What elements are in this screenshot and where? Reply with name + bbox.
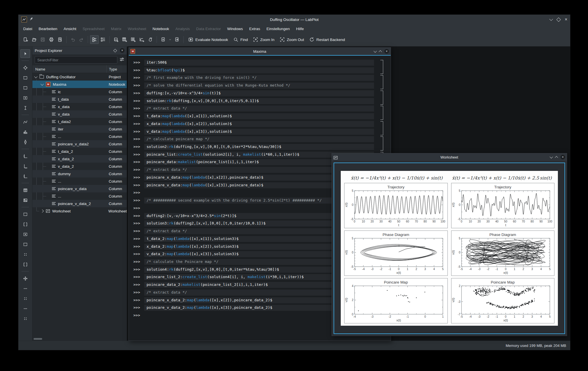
- notebook-line-1[interactable]: >>>iter:500$: [129, 59, 391, 67]
- tree-row-v-data[interactable]: v_dataColumn: [32, 110, 127, 118]
- move-tool-button[interactable]: [20, 274, 30, 283]
- tree-row-duffing-oscillator[interactable]: Duffing OscillatorProject: [32, 73, 127, 81]
- notebook-titlebar[interactable]: M Maxima ×: [129, 48, 391, 55]
- more-tools-4-button[interactable]: [20, 314, 30, 323]
- tree-row-v-data-2[interactable]: v_data_2Column: [32, 163, 127, 170]
- new-data-extractor-button[interactable]: [146, 35, 155, 44]
- notebook-minimize-icon[interactable]: [373, 49, 377, 52]
- text-cursor-tool-button[interactable]: [20, 104, 30, 112]
- plot-poincare-map-1[interactable]: Poincare Map-4-3-2-101024x(t)v(t): [344, 278, 448, 323]
- menu-extras[interactable]: Extras: [246, 24, 263, 33]
- titlebar[interactable]: Duffing Oscillator — LabPlot ×: [18, 15, 570, 24]
- notebook-line-12[interactable]: >>>solution2:rk(duffing,[x,v],[0,0],[t,0…: [129, 143, 391, 151]
- notebook-line-5[interactable]: >>>duffing:[v,-v/10+x-x^3/4+sin(t)]$: [129, 90, 391, 97]
- column-header-type[interactable]: Type: [106, 65, 127, 73]
- tree-row-t-data2[interactable]: t_data2Column: [32, 118, 127, 125]
- tree-row-worksheet[interactable]: WorksheetWorksheet: [32, 207, 127, 215]
- tree-row-poincare-v-data[interactable]: poincare_v_dataColumn: [32, 185, 127, 192]
- menu-datei[interactable]: Datei: [20, 24, 36, 33]
- zoom-in-button[interactable]: Zoom In: [250, 35, 277, 44]
- more-tools-1-button[interactable]: [20, 284, 30, 293]
- zoom-xy-select-tool-button[interactable]: [20, 93, 30, 102]
- add-plot-template-button[interactable]: [20, 240, 30, 249]
- notebook-line-11[interactable]: >>>/* calculate poincare map */: [129, 136, 391, 143]
- menu-windows[interactable]: Windows: [224, 24, 246, 33]
- menu-hilfe[interactable]: Hilfe: [293, 24, 307, 33]
- more-tools-2-button[interactable]: [20, 294, 30, 303]
- notebook-close-icon[interactable]: ×: [384, 49, 389, 54]
- tree-row-poincare-v-data-2[interactable]: poincare_v_data_2Column: [32, 200, 127, 207]
- dock-float-icon[interactable]: [113, 49, 117, 52]
- select-region-tool-button[interactable]: [20, 73, 30, 82]
- export-notebook-button[interactable]: [173, 35, 181, 44]
- notebook-line-8[interactable]: >>>t_data:map(lambda([x],x[1]),solution)…: [129, 113, 391, 120]
- evaluate-notebook-button[interactable]: Evaluate Notebook: [186, 35, 231, 44]
- notebook-restore-icon[interactable]: [379, 50, 382, 53]
- tree-row-t-data[interactable]: t_dataColumn: [32, 95, 127, 103]
- tree-row-iter[interactable]: iterColumn: [32, 125, 127, 133]
- zoom-select-tool-button[interactable]: [20, 83, 30, 92]
- notebook-line-9[interactable]: >>>x_data:map(lambda([x],x[2]),solution)…: [129, 120, 391, 128]
- worksheet-restore-icon[interactable]: [555, 156, 558, 159]
- scrollbar-thumb[interactable]: [34, 338, 42, 340]
- add-bracket-layout-button[interactable]: [20, 260, 30, 269]
- more-tools-3-button[interactable]: [20, 304, 30, 313]
- toggle-properties-explorer-button[interactable]: [99, 35, 107, 44]
- column-header-name[interactable]: Name: [32, 67, 106, 71]
- new-project-button[interactable]: [21, 35, 30, 44]
- tree-column-headers[interactable]: Name Type: [32, 65, 127, 73]
- worksheet-titlebar[interactable]: Worksheet ×: [332, 153, 567, 161]
- notebook-line-4[interactable]: >>>/* solve the differential equation wi…: [129, 82, 391, 90]
- add-axis-bottom-button[interactable]: [20, 162, 30, 170]
- toggle-project-explorer-button[interactable]: [90, 35, 99, 44]
- new-matrix-button[interactable]: [129, 35, 137, 44]
- add-histogram-button[interactable]: [20, 128, 30, 136]
- new-spreadsheet-button[interactable]: [120, 35, 129, 44]
- add-plot-area-button[interactable]: [20, 210, 30, 218]
- menu-notebook[interactable]: Notebook: [149, 24, 172, 33]
- window-minimize-icon[interactable]: [549, 17, 553, 21]
- window-maximize-icon[interactable]: [556, 17, 561, 22]
- notebook-line-2[interactable]: >>>%tau:bfloat(%pi)$: [129, 67, 391, 75]
- add-axis-both-button[interactable]: [20, 172, 30, 180]
- new-workbook-button[interactable]: [112, 35, 120, 44]
- tree-row-item-14[interactable]: ...Column: [32, 177, 127, 185]
- search-input[interactable]: [35, 56, 117, 64]
- tree-row-poincare-v-data2[interactable]: poincare_v_data2Column: [32, 140, 127, 148]
- add-image-button[interactable]: [20, 196, 30, 204]
- notebook-line-7[interactable]: >>>/* extract data */: [129, 105, 391, 113]
- tree-row-x-data-2[interactable]: x_data_2Column: [32, 155, 127, 163]
- chevron-right-icon[interactable]: [40, 209, 44, 212]
- worksheet-subwindow[interactable]: Worksheet × ẍ(t) = −1/4x³(t) + x(t) − 1…: [332, 153, 567, 336]
- add-xy-curve-button[interactable]: [20, 118, 30, 126]
- tree-row-maxima[interactable]: MMaximaNotebook: [32, 81, 127, 88]
- new-notebook-button[interactable]: [159, 35, 168, 44]
- find-button[interactable]: Find: [231, 35, 250, 44]
- zoom-out-button[interactable]: Zoom Out: [277, 35, 307, 44]
- add-grid-layout-button[interactable]: [20, 250, 30, 259]
- tree-row-dummy[interactable]: dummyColumn: [32, 170, 127, 177]
- menu-ansicht[interactable]: Ansicht: [61, 24, 79, 33]
- add-spreadsheet-button[interactable]: [20, 186, 30, 194]
- open-project-button[interactable]: [30, 35, 38, 44]
- add-plot-two-axes-button[interactable]: [20, 220, 30, 229]
- restart-backend-button[interactable]: Restart Backend: [307, 35, 348, 44]
- worksheet-minimize-icon[interactable]: [550, 155, 553, 158]
- print-preview-button[interactable]: [56, 35, 64, 44]
- chevron-down-icon[interactable]: [34, 75, 37, 78]
- notebook-line-3[interactable]: >>>/* first example with the driving for…: [129, 74, 391, 82]
- tree-row-item-16[interactable]: ...Column: [32, 192, 127, 200]
- worksheet-canvas[interactable]: ẍ(t) = −1/4x³(t) + x(t) − 1/10ẋ(t) + s…: [341, 171, 558, 326]
- window-close-icon[interactable]: ×: [565, 17, 567, 22]
- tree-row-t-data-2[interactable]: t_data_2Column: [32, 148, 127, 155]
- plot-phase-diagram-2[interactable]: Phase Diagram-5-4-3-2-101234550-5x(t)v(t…: [451, 231, 555, 276]
- filter-options-icon[interactable]: [119, 57, 124, 63]
- dock-close-icon[interactable]: ×: [120, 48, 124, 53]
- tree-row-item-8[interactable]: ...Column: [32, 133, 127, 140]
- worksheet-close-icon[interactable]: ×: [560, 155, 565, 159]
- plot-poincare-map-2[interactable]: Poincare Map-5-4-3-2-10123452-3-7x(t)v(t…: [451, 278, 555, 323]
- add-axis-left-button[interactable]: [20, 152, 30, 160]
- navigate-tool-button[interactable]: [20, 49, 30, 58]
- chevron-down-icon[interactable]: [40, 82, 44, 85]
- add-plot-region-button[interactable]: [20, 230, 30, 239]
